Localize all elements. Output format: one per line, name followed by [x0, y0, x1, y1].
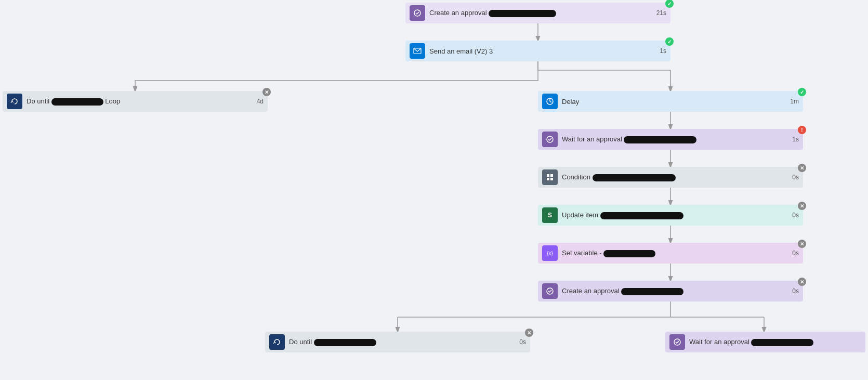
svg-rect-23	[550, 178, 553, 180]
node-label: Delay	[562, 98, 786, 106]
svg-line-18	[550, 101, 551, 102]
node-label: Do until	[289, 338, 515, 346]
delay-node[interactable]: ✓ Delay 1m	[538, 91, 803, 112]
condition-node[interactable]: ✕ Condition 0s	[538, 167, 803, 188]
flow-canvas: ✓ Create an approval 21s ✓ Send an email…	[0, 0, 868, 380]
node-duration: 0s	[792, 287, 799, 295]
create-approval-bottom-node[interactable]: ✕ Create an approval 0s	[538, 281, 803, 302]
approval-icon	[410, 5, 425, 21]
close-badge: ✕	[798, 240, 806, 248]
delay-icon	[542, 94, 558, 109]
node-label: Do until Loop	[27, 97, 253, 106]
node-duration: 21s	[656, 9, 666, 17]
close-badge: ✕	[798, 278, 806, 286]
node-label: Create an approval	[562, 287, 788, 295]
do-until-bottom-node[interactable]: ✕ Do until 0s	[265, 332, 530, 352]
sharepoint-icon: S	[542, 207, 558, 223]
redacted-text	[600, 212, 683, 219]
condition-icon	[542, 169, 558, 185]
node-label: Create an approval	[429, 9, 652, 17]
close-badge: ✕	[262, 88, 271, 96]
node-label: Wait for an approval	[689, 338, 861, 346]
success-badge: ✓	[665, 37, 674, 46]
node-label: Set variable -	[562, 249, 788, 257]
redacted-text	[751, 339, 813, 346]
node-duration: 0s	[792, 250, 799, 257]
loop-icon	[7, 94, 22, 109]
node-label: Send an email (V2) 3	[429, 47, 655, 55]
do-until-left-node[interactable]: ✕ Do until Loop 4d	[3, 91, 268, 112]
node-duration: 0s	[792, 212, 799, 219]
redacted-text	[489, 10, 556, 17]
close-badge: ✕	[798, 202, 806, 210]
loop-icon	[269, 334, 285, 350]
update-item-node[interactable]: ✕ S Update item 0s	[538, 205, 803, 226]
redacted-text	[621, 288, 683, 295]
error-badge: !	[798, 126, 806, 134]
redacted-text	[603, 250, 655, 257]
email-icon	[410, 43, 425, 59]
send-email-node[interactable]: ✓ Send an email (V2) 3 1s	[405, 41, 670, 61]
wait-for-approval-bottom-node[interactable]: Wait for an approval	[665, 332, 865, 352]
approval-icon	[669, 334, 685, 350]
approval-icon	[542, 283, 558, 299]
approval-icon	[542, 132, 558, 147]
redacted-text	[624, 136, 696, 143]
svg-rect-20	[547, 174, 549, 177]
node-duration: 0s	[792, 174, 799, 181]
node-label: Wait for an approval	[562, 135, 788, 143]
node-duration: 1s	[660, 47, 666, 55]
set-variable-node[interactable]: ✕ {x} Set variable - 0s	[538, 243, 803, 264]
node-duration: 0s	[519, 338, 526, 346]
svg-rect-21	[550, 174, 553, 177]
success-badge: ✓	[798, 88, 806, 96]
svg-rect-22	[547, 178, 549, 180]
close-badge: ✕	[525, 329, 533, 337]
close-badge: ✕	[798, 164, 806, 172]
node-duration: 1m	[790, 98, 799, 105]
redacted-text	[593, 174, 676, 181]
node-duration: 1s	[792, 136, 799, 143]
node-duration: 4d	[257, 98, 264, 105]
node-label: Condition	[562, 173, 788, 181]
variable-icon: {x}	[542, 245, 558, 261]
node-label: Update item	[562, 211, 788, 219]
redacted-text	[51, 98, 103, 106]
wait-for-approval-node[interactable]: ! Wait for an approval 1s	[538, 129, 803, 150]
success-badge: ✓	[665, 0, 674, 8]
create-approval-top-node[interactable]: ✓ Create an approval 21s	[405, 3, 670, 23]
redacted-text	[314, 339, 376, 346]
